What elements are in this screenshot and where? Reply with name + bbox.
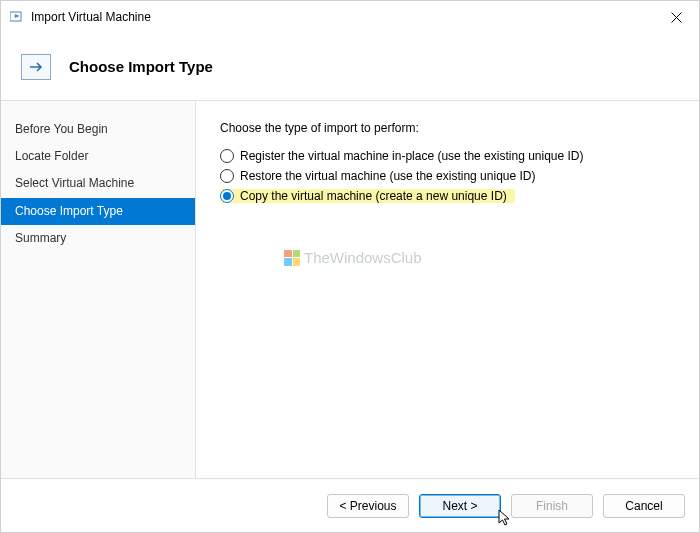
wizard-window: Import Virtual Machine Choose Import Typ… xyxy=(0,0,700,533)
radio-icon xyxy=(220,189,234,203)
windows-logo-icon xyxy=(284,250,300,266)
finish-button: Finish xyxy=(511,494,593,518)
wizard-footer: < Previous Next > Finish Cancel xyxy=(1,478,699,532)
wizard-body: Before You Begin Locate Folder Select Vi… xyxy=(1,101,699,478)
wizard-content: Choose the type of import to perform: Re… xyxy=(196,101,699,478)
close-button[interactable] xyxy=(653,1,699,33)
titlebar: Import Virtual Machine xyxy=(1,1,699,33)
previous-button[interactable]: < Previous xyxy=(327,494,409,518)
sidebar-item-choose-import-type[interactable]: Choose Import Type xyxy=(1,198,195,225)
import-type-radio-group: Register the virtual machine in-place (u… xyxy=(220,149,675,203)
radio-icon xyxy=(220,149,234,163)
sidebar-item-select-virtual-machine[interactable]: Select Virtual Machine xyxy=(1,170,195,197)
radio-label: Copy the virtual machine (create a new u… xyxy=(240,189,507,203)
wizard-steps-sidebar: Before You Begin Locate Folder Select Vi… xyxy=(1,101,196,478)
window-title: Import Virtual Machine xyxy=(31,10,151,24)
watermark-text: TheWindowsClub xyxy=(304,249,422,266)
radio-icon xyxy=(220,169,234,183)
instruction-text: Choose the type of import to perform: xyxy=(220,121,675,135)
app-icon xyxy=(9,9,25,25)
radio-label: Restore the virtual machine (use the exi… xyxy=(240,169,535,183)
sidebar-item-before-you-begin[interactable]: Before You Begin xyxy=(1,116,195,143)
next-button[interactable]: Next > xyxy=(419,494,501,518)
radio-option-restore[interactable]: Restore the virtual machine (use the exi… xyxy=(220,169,675,183)
sidebar-item-summary[interactable]: Summary xyxy=(1,225,195,252)
radio-option-register[interactable]: Register the virtual machine in-place (u… xyxy=(220,149,675,163)
page-title: Choose Import Type xyxy=(69,58,213,75)
import-icon xyxy=(21,54,51,80)
wizard-header: Choose Import Type xyxy=(1,33,699,101)
sidebar-item-locate-folder[interactable]: Locate Folder xyxy=(1,143,195,170)
cancel-button[interactable]: Cancel xyxy=(603,494,685,518)
radio-label: Register the virtual machine in-place (u… xyxy=(240,149,584,163)
radio-option-copy[interactable]: Copy the virtual machine (create a new u… xyxy=(220,189,515,203)
watermark: TheWindowsClub xyxy=(284,249,422,266)
